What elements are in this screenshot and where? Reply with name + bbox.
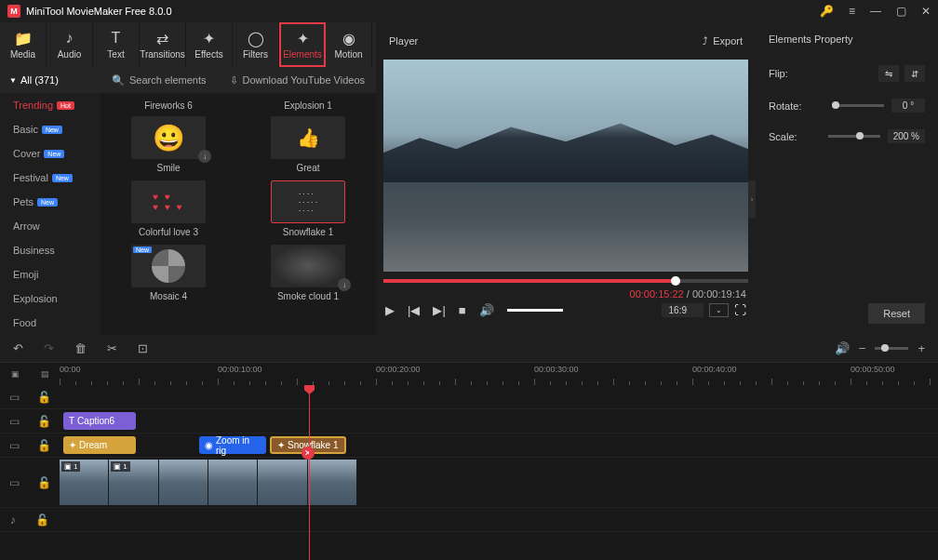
category-festival[interactable]: Festival New [0,166,100,190]
play-button[interactable]: ▶ [385,303,395,317]
category-trending[interactable]: Trending Hot [0,93,100,117]
tool-transitions[interactable]: ⇄Transitions [140,22,186,67]
category-arrow[interactable]: Arrow [0,214,100,238]
volume-slider[interactable] [507,309,563,312]
ruler-mark: 00:00:20:00 [376,365,421,374]
sidebar-all[interactable]: ▼ All (371) [0,67,100,93]
search-elements[interactable]: 🔍 Search elements [112,74,207,87]
category-pets[interactable]: Pets New [0,190,100,214]
tool-audio[interactable]: ♪Audio [47,22,93,67]
elements-icon: ✦ [297,30,309,47]
download-badge-icon[interactable]: ↓ [338,278,351,291]
video-clip[interactable]: ▣ 1 ▣ 1 [60,460,357,505]
clip-dream[interactable]: ✦Dream [63,436,136,454]
category-food[interactable]: Food [0,311,100,335]
chevron-down-icon: ▼ [9,76,17,85]
minimize-icon[interactable]: — [870,5,881,18]
element-smoke-cloud-1[interactable]: ↓Smoke cloud 1 [257,245,359,307]
lock-icon[interactable]: 🔓 [35,513,49,527]
element-label: Snowflake 1 [283,227,333,237]
volume-icon[interactable]: 🔊 [479,303,494,317]
track-icon[interactable]: ▭ [9,476,20,489]
scale-value[interactable]: 200 % [888,129,925,143]
element-thumb[interactable]: New [131,245,206,287]
scale-slider[interactable] [828,135,880,138]
element-thumb[interactable]: 👍 [271,116,345,159]
clip-caption[interactable]: TCaption6 [63,412,136,430]
element-thumb[interactable]: 😀↓ [131,116,206,159]
element-label: Explosion 1 [284,100,332,111]
music-track-icon[interactable]: ♪ [10,513,16,527]
category-basic[interactable]: Basic New [0,117,100,141]
element-great[interactable]: 👍Great [257,116,359,179]
fullscreen-button[interactable]: ⛶ [734,303,746,317]
video-preview[interactable] [383,60,748,272]
flip-vertical-button[interactable]: ⇵ [904,65,925,82]
zoom-slider[interactable] [875,347,908,350]
tool-text[interactable]: TText [93,22,140,67]
panel-collapse-icon[interactable]: › [748,180,756,218]
lock-icon[interactable]: 🔓 [37,439,51,452]
stop-button[interactable]: ■ [459,303,466,317]
undo-button[interactable]: ↶ [13,341,23,355]
tracks-area[interactable]: ▭🔓 ▭🔓 TCaption6 ▭🔓 ✦Dream ◉Zoom in rig ✦… [0,385,938,560]
track-icon[interactable]: ▭ [9,439,20,452]
tool-media[interactable]: 📁Media [0,22,47,67]
props-title: Elements Property [769,33,925,45]
flip-horizontal-button[interactable]: ⇋ [878,65,899,82]
element-thumb[interactable]: · · · ·· · · · ·· · · · [271,180,345,223]
close-icon[interactable]: ✕ [921,5,931,18]
maximize-icon[interactable]: ▢ [896,5,906,18]
element-mosaic-4[interactable]: NewMosaic 4 [117,245,220,307]
download-youtube[interactable]: ⇩ Download YouTube Videos [230,74,366,87]
audio-toggle-icon[interactable]: 🔊 [835,341,850,355]
cut-button[interactable]: ✂ [107,341,117,355]
category-explosion[interactable]: Explosion [0,287,100,311]
progress-bar[interactable] [383,279,748,283]
redo-button[interactable]: ↷ [44,341,54,355]
element-snowflake-1[interactable]: · · · ·· · · · ·· · · ·Snowflake 1 [257,180,359,243]
flip-label: Flip: [769,68,788,79]
track-icon[interactable]: ▭ [9,391,20,404]
category-emoji[interactable]: Emoji [0,262,100,287]
player-panel: Player ⤴ Export 00:00:15:22 / 00:00:19:1… [376,22,756,335]
category-business[interactable]: Business [0,238,100,262]
layer-toggle-icon[interactable]: ▣ [11,369,20,379]
element-colorful-love-3[interactable]: ♥ ♥♥ ♥ ♥Colorful love 3 [117,180,220,243]
lock-icon[interactable]: 🔓 [37,415,51,428]
clip-snowflake[interactable]: ✦Snowflake 1✕ [270,436,346,454]
rotate-value[interactable]: 0 ° [891,99,925,113]
lock-icon[interactable]: 🔓 [37,476,51,489]
lock-icon[interactable]: 🔓 [37,391,51,404]
tool-filters[interactable]: ◯Filters [233,22,279,67]
tool-effects[interactable]: ✦Effects [186,22,233,67]
ruler-mark: 00:00 [60,365,81,374]
crop-button[interactable]: ⊡ [138,341,148,355]
layer-stack-icon[interactable]: ▤ [41,369,49,379]
export-button[interactable]: ⤴ Export [703,35,743,47]
element-thumb[interactable]: ↓ [271,245,345,287]
download-badge-icon[interactable]: ↓ [198,150,211,163]
tool-elements[interactable]: ✦Elements [279,22,326,67]
aspect-dropdown-icon[interactable]: ⌄ [709,303,729,317]
zoom-in-button[interactable]: + [918,341,925,355]
time-display: 00:00:15:22 / 00:00:19:14 [630,288,746,300]
next-frame-button[interactable]: ▶| [433,303,445,317]
category-cover[interactable]: Cover New [0,141,100,166]
reset-button[interactable]: Reset [868,303,925,324]
sidebar-all-label: All (371) [20,74,59,86]
aspect-select[interactable]: 16:9 [662,303,704,317]
text-icon: T [69,416,74,426]
prev-frame-button[interactable]: |◀ [408,303,420,317]
element-smile[interactable]: 😀↓Smile [117,116,220,179]
clip-zoom[interactable]: ◉Zoom in rig [199,436,266,454]
rotate-slider[interactable] [832,104,884,107]
timeline: ↶ ↷ 🗑 ✂ ⊡ 🔊 − + ▣ ▤ 00:0000:00:10:0000:0… [0,335,938,560]
zoom-out-button[interactable]: − [859,341,866,355]
tool-motion[interactable]: ◉Motion [326,22,372,67]
track-icon[interactable]: ▭ [9,415,20,428]
delete-button[interactable]: 🗑 [74,341,87,355]
key-icon[interactable]: 🔑 [820,5,834,18]
menu-icon[interactable]: ≡ [849,5,855,18]
element-thumb[interactable]: ♥ ♥♥ ♥ ♥ [131,180,206,223]
